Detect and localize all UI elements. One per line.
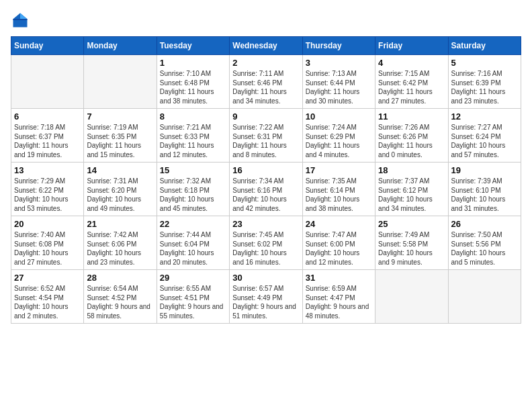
calendar-cell: [11, 55, 84, 109]
weekday-header: Monday: [84, 37, 157, 55]
calendar-cell: 15Sunrise: 7:32 AMSunset: 6:18 PMDayligh…: [157, 163, 229, 216]
calendar-cell: 24Sunrise: 7:47 AMSunset: 6:00 PMDayligh…: [302, 216, 375, 270]
weekday-header: Tuesday: [157, 37, 229, 55]
calendar-cell: 9Sunrise: 7:22 AMSunset: 6:31 PMDaylight…: [230, 109, 302, 163]
day-number: 24: [306, 219, 372, 229]
day-number: 8: [160, 111, 226, 122]
calendar-cell: 27Sunrise: 6:52 AMSunset: 4:54 PMDayligh…: [11, 270, 84, 324]
day-detail: Sunrise: 7:31 AMSunset: 6:20 PMDaylight:…: [87, 177, 153, 213]
day-detail: Sunrise: 7:44 AMSunset: 6:04 PMDaylight:…: [160, 230, 226, 267]
calendar-week: 20Sunrise: 7:40 AMSunset: 6:08 PMDayligh…: [11, 216, 521, 270]
day-detail: Sunrise: 6:54 AMSunset: 4:52 PMDaylight:…: [87, 284, 153, 320]
calendar-cell: 17Sunrise: 7:35 AMSunset: 6:14 PMDayligh…: [302, 163, 375, 216]
day-number: 9: [232, 111, 299, 122]
calendar-header: SundayMondayTuesdayWednesdayThursdayFrid…: [11, 37, 521, 55]
day-number: 14: [87, 165, 153, 175]
day-number: 28: [87, 273, 153, 283]
day-detail: Sunrise: 7:45 AMSunset: 6:02 PMDaylight:…: [232, 230, 299, 267]
calendar-cell: [375, 270, 448, 324]
calendar-cell: 3Sunrise: 7:13 AMSunset: 6:44 PMDaylight…: [302, 55, 375, 109]
day-number: 18: [378, 165, 445, 175]
day-detail: Sunrise: 6:59 AMSunset: 4:47 PMDaylight:…: [306, 284, 372, 320]
day-number: 23: [232, 219, 299, 229]
calendar-cell: [448, 270, 521, 324]
page-header: [11, 11, 521, 30]
weekday-header: Thursday: [302, 37, 375, 55]
day-number: 6: [14, 111, 81, 122]
calendar-table: SundayMondayTuesdayWednesdayThursdayFrid…: [11, 36, 521, 324]
calendar-cell: 22Sunrise: 7:44 AMSunset: 6:04 PMDayligh…: [157, 216, 229, 270]
day-detail: Sunrise: 7:39 AMSunset: 6:10 PMDaylight:…: [451, 177, 518, 213]
day-number: 29: [160, 273, 226, 283]
calendar-cell: 28Sunrise: 6:54 AMSunset: 4:52 PMDayligh…: [84, 270, 157, 324]
day-detail: Sunrise: 7:34 AMSunset: 6:16 PMDaylight:…: [232, 177, 299, 213]
svg-rect-2: [13, 19, 28, 20]
day-number: 27: [14, 273, 81, 283]
day-number: 4: [378, 58, 445, 68]
day-detail: Sunrise: 7:11 AMSunset: 6:46 PMDaylight:…: [232, 69, 299, 105]
day-detail: Sunrise: 7:15 AMSunset: 6:42 PMDaylight:…: [378, 69, 445, 105]
day-detail: Sunrise: 6:52 AMSunset: 4:54 PMDaylight:…: [14, 284, 81, 320]
calendar-cell: 23Sunrise: 7:45 AMSunset: 6:02 PMDayligh…: [230, 216, 302, 270]
day-number: 17: [306, 165, 372, 175]
day-detail: Sunrise: 7:13 AMSunset: 6:44 PMDaylight:…: [306, 69, 372, 105]
day-detail: Sunrise: 7:22 AMSunset: 6:31 PMDaylight:…: [232, 123, 299, 159]
day-number: 30: [232, 273, 299, 283]
day-number: 5: [451, 58, 518, 68]
day-detail: Sunrise: 7:19 AMSunset: 6:35 PMDaylight:…: [87, 123, 153, 159]
day-number: 19: [451, 165, 518, 175]
day-detail: Sunrise: 7:32 AMSunset: 6:18 PMDaylight:…: [160, 177, 226, 213]
calendar-cell: 12Sunrise: 7:27 AMSunset: 6:24 PMDayligh…: [448, 109, 521, 163]
day-number: 13: [14, 165, 81, 175]
calendar-cell: 20Sunrise: 7:40 AMSunset: 6:08 PMDayligh…: [11, 216, 84, 270]
calendar-week: 27Sunrise: 6:52 AMSunset: 4:54 PMDayligh…: [11, 270, 521, 324]
logo-icon: [11, 11, 30, 30]
calendar-cell: 14Sunrise: 7:31 AMSunset: 6:20 PMDayligh…: [84, 163, 157, 216]
calendar-cell: 19Sunrise: 7:39 AMSunset: 6:10 PMDayligh…: [448, 163, 521, 216]
day-detail: Sunrise: 7:42 AMSunset: 6:06 PMDaylight:…: [87, 230, 153, 267]
calendar-cell: 5Sunrise: 7:16 AMSunset: 6:39 PMDaylight…: [448, 55, 521, 109]
day-detail: Sunrise: 7:26 AMSunset: 6:26 PMDaylight:…: [378, 123, 445, 159]
day-number: 2: [232, 58, 299, 68]
day-number: 11: [378, 111, 445, 122]
day-detail: Sunrise: 7:40 AMSunset: 6:08 PMDaylight:…: [14, 230, 81, 267]
calendar-cell: 8Sunrise: 7:21 AMSunset: 6:33 PMDaylight…: [157, 109, 229, 163]
calendar-cell: 11Sunrise: 7:26 AMSunset: 6:26 PMDayligh…: [375, 109, 448, 163]
day-detail: Sunrise: 7:29 AMSunset: 6:22 PMDaylight:…: [14, 177, 81, 213]
calendar-cell: 18Sunrise: 7:37 AMSunset: 6:12 PMDayligh…: [375, 163, 448, 216]
day-number: 12: [451, 111, 518, 122]
day-detail: Sunrise: 6:57 AMSunset: 4:49 PMDaylight:…: [232, 284, 299, 320]
calendar-cell: 4Sunrise: 7:15 AMSunset: 6:42 PMDaylight…: [375, 55, 448, 109]
calendar-cell: 25Sunrise: 7:49 AMSunset: 5:58 PMDayligh…: [375, 216, 448, 270]
day-number: 22: [160, 219, 226, 229]
day-detail: Sunrise: 7:47 AMSunset: 6:00 PMDaylight:…: [306, 230, 372, 267]
calendar-week: 6Sunrise: 7:18 AMSunset: 6:37 PMDaylight…: [11, 109, 521, 163]
calendar-week: 13Sunrise: 7:29 AMSunset: 6:22 PMDayligh…: [11, 163, 521, 216]
calendar-cell: 13Sunrise: 7:29 AMSunset: 6:22 PMDayligh…: [11, 163, 84, 216]
day-detail: Sunrise: 7:16 AMSunset: 6:39 PMDaylight:…: [451, 69, 518, 105]
weekday-header: Friday: [375, 37, 448, 55]
day-detail: Sunrise: 7:18 AMSunset: 6:37 PMDaylight:…: [14, 123, 81, 159]
calendar-cell: [84, 55, 157, 109]
weekday-header: Wednesday: [230, 37, 302, 55]
day-number: 25: [378, 219, 445, 229]
svg-marker-1: [20, 13, 28, 19]
day-number: 3: [306, 58, 372, 68]
calendar-cell: 21Sunrise: 7:42 AMSunset: 6:06 PMDayligh…: [84, 216, 157, 270]
calendar-cell: 10Sunrise: 7:24 AMSunset: 6:29 PMDayligh…: [302, 109, 375, 163]
calendar-cell: 16Sunrise: 7:34 AMSunset: 6:16 PMDayligh…: [230, 163, 302, 216]
day-number: 26: [451, 219, 518, 229]
logo: [11, 11, 32, 30]
day-number: 31: [306, 273, 372, 283]
weekday-header: Sunday: [11, 37, 84, 55]
calendar-cell: 6Sunrise: 7:18 AMSunset: 6:37 PMDaylight…: [11, 109, 84, 163]
calendar-cell: 2Sunrise: 7:11 AMSunset: 6:46 PMDaylight…: [230, 55, 302, 109]
day-number: 15: [160, 165, 226, 175]
day-detail: Sunrise: 7:27 AMSunset: 6:24 PMDaylight:…: [451, 123, 518, 159]
calendar-week: 1Sunrise: 7:10 AMSunset: 6:48 PMDaylight…: [11, 55, 521, 109]
calendar-cell: 30Sunrise: 6:57 AMSunset: 4:49 PMDayligh…: [230, 270, 302, 324]
day-detail: Sunrise: 7:24 AMSunset: 6:29 PMDaylight:…: [306, 123, 372, 159]
day-number: 16: [232, 165, 299, 175]
day-detail: Sunrise: 7:50 AMSunset: 5:56 PMDaylight:…: [451, 230, 518, 267]
day-detail: Sunrise: 7:49 AMSunset: 5:58 PMDaylight:…: [378, 230, 445, 267]
